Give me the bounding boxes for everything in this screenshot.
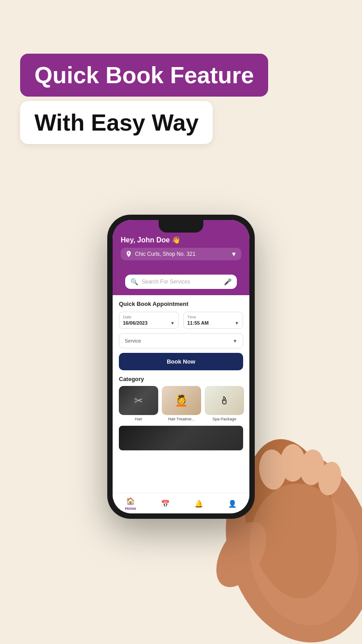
date-chevron-icon: ▼: [170, 321, 175, 326]
phone-notch: [159, 220, 203, 233]
home-icon: 🏠: [126, 497, 135, 505]
hero-section: Quick Book Feature With Easy Way: [20, 54, 268, 144]
hero-title-2: With Easy Way: [34, 110, 198, 136]
nav-home[interactable]: 🏠 Home: [125, 497, 136, 511]
time-chevron-icon: ▼: [235, 321, 239, 326]
bottom-nav: 🏠 Home 📅 🔔 👤: [113, 493, 249, 513]
mic-icon[interactable]: 🎤: [224, 278, 232, 285]
service-label: Service: [125, 338, 141, 343]
service-chevron-icon: ▼: [233, 339, 237, 343]
calendar-icon: 📅: [161, 500, 170, 508]
svg-point-5: [280, 444, 305, 482]
time-field[interactable]: Time 11:55 AM ▼: [183, 312, 243, 329]
bottom-banner: [119, 426, 243, 450]
phone-outer: Hey, John Doe 👋 Chic Curls, Shop No. 321…: [107, 215, 255, 519]
category-title: Category: [119, 376, 243, 382]
location-text: Chic Curls, Shop No. 321: [135, 251, 195, 257]
phone-mockup: Hey, John Doe 👋 Chic Curls, Shop No. 321…: [107, 215, 255, 519]
category-name-hair: Hair: [135, 417, 143, 421]
app-greeting: Hey, John Doe 👋: [121, 236, 241, 244]
svg-point-2: [206, 513, 277, 596]
date-label: Date: [123, 315, 175, 319]
date-field[interactable]: Date 16/06/2023 ▼: [119, 312, 179, 329]
svg-point-6: [299, 449, 326, 486]
bell-icon: 🔔: [194, 500, 203, 508]
search-bar[interactable]: 🔍 Search For Services 🎤: [125, 275, 237, 289]
search-placeholder: Search For Services: [142, 279, 220, 285]
svg-point-7: [316, 460, 345, 498]
category-item-spa[interactable]: Spa Package: [205, 386, 244, 421]
date-value: 16/06/2023 ▼: [123, 320, 175, 326]
time-value: 11:55 AM ▼: [187, 320, 239, 326]
hero-title-1: Quick Book Feature: [34, 62, 254, 88]
category-item-treatment[interactable]: Hair Treatme...: [162, 386, 201, 421]
category-image-treatment: [162, 386, 201, 415]
category-item-hair[interactable]: Hair: [119, 386, 158, 421]
category-grid: Hair Hair Treatme... Spa Package: [119, 386, 243, 421]
nav-calendar[interactable]: 📅: [161, 500, 170, 508]
svg-point-4: [257, 449, 288, 491]
svg-point-3: [236, 474, 362, 636]
category-image-spa: [205, 386, 244, 415]
app-content: Hey, John Doe 👋 Chic Curls, Shop No. 321…: [113, 220, 249, 513]
profile-icon: 👤: [228, 500, 237, 508]
app-location[interactable]: Chic Curls, Shop No. 321 ▼: [121, 248, 241, 260]
category-name-treatment: Hair Treatme...: [168, 417, 195, 421]
search-icon: 🔍: [130, 278, 138, 285]
time-label: Time: [187, 315, 239, 319]
location-left: Chic Curls, Shop No. 321: [125, 250, 195, 258]
nav-profile[interactable]: 👤: [228, 500, 237, 508]
hero-badge-2: With Easy Way: [20, 101, 213, 144]
nav-home-label: Home: [125, 506, 136, 511]
location-chevron: ▼: [231, 250, 237, 258]
location-icon: [125, 250, 132, 258]
date-time-row: Date 16/06/2023 ▼ Time 11:55 AM ▼: [119, 312, 243, 329]
quick-book-title: Quick Book Appointment: [119, 301, 243, 307]
category-image-hair: [119, 386, 158, 415]
app-body: Quick Book Appointment Date 16/06/2023 ▼: [113, 295, 249, 493]
nav-notifications[interactable]: 🔔: [194, 500, 203, 508]
phone-inner: Hey, John Doe 👋 Chic Curls, Shop No. 321…: [113, 220, 249, 513]
category-name-spa: Spa Package: [212, 417, 236, 421]
book-now-button[interactable]: Book Now: [119, 353, 243, 370]
hero-badge-1: Quick Book Feature: [20, 54, 268, 97]
service-dropdown[interactable]: Service ▼: [119, 333, 243, 348]
